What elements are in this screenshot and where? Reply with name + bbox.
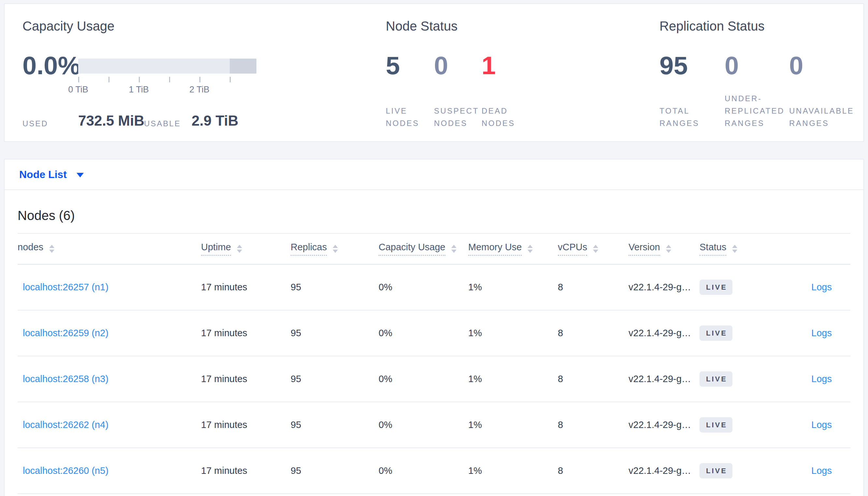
sort-icon[interactable] (451, 245, 457, 253)
stat-value: 5 (386, 53, 434, 78)
sort-icon[interactable] (732, 245, 737, 253)
usable-value: 2.9 TiB (192, 113, 238, 129)
capacity-usage-cell: 0% (379, 419, 468, 430)
capacity-percent-value: 0.0% (23, 53, 80, 78)
sort-icon[interactable] (237, 245, 242, 253)
column-header-label[interactable]: Memory Use (468, 242, 522, 256)
vcpus-cell: 8 (558, 465, 629, 476)
uptime-cell: 17 minutes (201, 374, 290, 384)
column-header-label[interactable]: Capacity Usage (379, 242, 445, 256)
used-value: 732.5 MiB (78, 113, 144, 129)
column-header-label[interactable]: nodes (18, 242, 43, 256)
logs-link[interactable]: Logs (811, 328, 832, 338)
axis-tick (199, 77, 200, 82)
nodes-table-heading: Nodes (6) (18, 208, 850, 223)
axis-tick-label: 1 TiB (124, 84, 153, 95)
stat-column: 95 TOTAL RANGES (659, 4, 724, 141)
axis-tick (108, 77, 109, 82)
node-status-stats: 5 LIVE NODES 0 SUSPECT NODES 1 DEAD NODE… (386, 4, 553, 141)
version-cell: v22.1.4-29-g… (629, 419, 700, 430)
status-badge: LIVE (700, 463, 732, 478)
column-header-label[interactable]: Replicas (290, 242, 327, 256)
stat-column: 0 UNAVAILABLE RANGES (789, 4, 867, 141)
used-label: USED (23, 119, 48, 128)
stat-label: SUSPECT NODES (434, 105, 482, 129)
view-selector-dropdown[interactable]: Node List (19, 169, 67, 181)
logs-link[interactable]: Logs (811, 419, 832, 430)
stat-column: 0 SUSPECT NODES (434, 4, 482, 141)
column-header-label[interactable]: vCPUs (558, 242, 587, 256)
version-cell: v22.1.4-29-g… (629, 374, 700, 384)
axis-tick (78, 77, 79, 82)
uptime-cell: 17 minutes (201, 282, 290, 293)
logs-link[interactable]: Logs (811, 465, 832, 476)
sort-icon[interactable] (593, 245, 598, 253)
column-header[interactable]: Uptime (201, 242, 290, 256)
axis-tick-label: 0 TiB (63, 84, 93, 95)
stat-value: 0 (789, 53, 867, 78)
stat-label: UNAVAILABLE RANGES (789, 105, 859, 129)
uptime-cell: 17 minutes (201, 465, 290, 476)
memory-use-cell: 1% (468, 374, 558, 384)
status-badge: LIVE (700, 371, 732, 387)
capacity-usage-bar: 0 TiB1 TiB2 TiB (78, 59, 256, 74)
status-badge: LIVE (700, 325, 732, 341)
table-body: localhost:26257 (n1) 17 minutes 95 0% 1%… (18, 265, 850, 494)
column-header-label[interactable]: Uptime (201, 242, 231, 256)
capacity-usage-cell: 0% (379, 465, 468, 476)
sort-icon[interactable] (527, 245, 533, 253)
vcpus-cell: 8 (558, 419, 629, 430)
axis-tick-label: 2 TiB (185, 84, 214, 95)
stat-label: LIVE NODES (386, 105, 434, 129)
usable-label: USABLE (144, 119, 181, 128)
column-header[interactable]: Status (700, 242, 779, 256)
vcpus-cell: 8 (558, 374, 629, 384)
node-list-card: Node List Nodes (6) nodes Uptime Replica… (4, 159, 864, 496)
stat-label: DEAD NODES (482, 105, 530, 129)
stat-value: 95 (659, 53, 724, 78)
capacity-usage-cell: 0% (379, 374, 468, 384)
column-header-label[interactable]: Status (700, 242, 726, 256)
logs-link[interactable]: Logs (811, 282, 832, 292)
column-header[interactable]: Capacity Usage (379, 242, 468, 256)
caret-down-icon[interactable] (77, 173, 84, 177)
sort-icon[interactable] (333, 245, 338, 253)
stat-value: 0 (434, 53, 482, 78)
vcpus-cell: 8 (558, 328, 629, 339)
replicas-cell: 95 (290, 465, 379, 476)
axis-tick (139, 77, 140, 82)
capacity-bar-reserved-segment (230, 59, 256, 74)
node-list-content: Nodes (6) nodes Uptime Replicas (4, 208, 864, 494)
memory-use-cell: 1% (468, 282, 558, 293)
table-row: localhost:26262 (n4) 17 minutes 95 0% 1%… (18, 402, 850, 448)
table-row: localhost:26257 (n1) 17 minutes 95 0% 1%… (18, 265, 850, 310)
column-header[interactable]: Memory Use (468, 242, 558, 256)
stat-label: UNDER-REPLICATED RANGES (724, 92, 789, 129)
stat-column: 1 DEAD NODES (482, 4, 553, 141)
node-link[interactable]: localhost:26262 (n4) (23, 419, 108, 430)
column-header-label[interactable]: Version (629, 242, 660, 256)
sort-icon[interactable] (49, 245, 55, 253)
capacity-usage-cell: 0% (379, 282, 468, 293)
table-header-row: nodes Uptime Replicas Capacity Usage (18, 233, 850, 265)
uptime-cell: 17 minutes (201, 328, 290, 339)
node-link[interactable]: localhost:26259 (n2) (23, 328, 108, 338)
table-row: localhost:26259 (n2) 17 minutes 95 0% 1%… (18, 310, 850, 356)
column-header[interactable]: vCPUs (558, 242, 629, 256)
replicas-cell: 95 (290, 419, 379, 430)
column-header[interactable]: Version (629, 242, 700, 256)
capacity-bar-track (78, 59, 256, 74)
table-row: localhost:26260 (n5) 17 minutes 95 0% 1%… (18, 448, 850, 494)
node-link[interactable]: localhost:26257 (n1) (23, 282, 108, 292)
column-header[interactable]: nodes (18, 242, 201, 256)
node-link[interactable]: localhost:26260 (n5) (23, 465, 108, 476)
stat-label: TOTAL RANGES (659, 105, 708, 129)
column-header[interactable]: Replicas (290, 242, 379, 256)
node-link[interactable]: localhost:26258 (n3) (23, 374, 108, 384)
replication-status-stats: 95 TOTAL RANGES 0 UNDER-REPLICATED RANGE… (659, 4, 867, 141)
stat-value: 1 (482, 53, 553, 78)
logs-link[interactable]: Logs (811, 374, 832, 384)
version-cell: v22.1.4-29-g… (629, 282, 700, 293)
replicas-cell: 95 (290, 374, 379, 384)
sort-icon[interactable] (666, 245, 671, 253)
